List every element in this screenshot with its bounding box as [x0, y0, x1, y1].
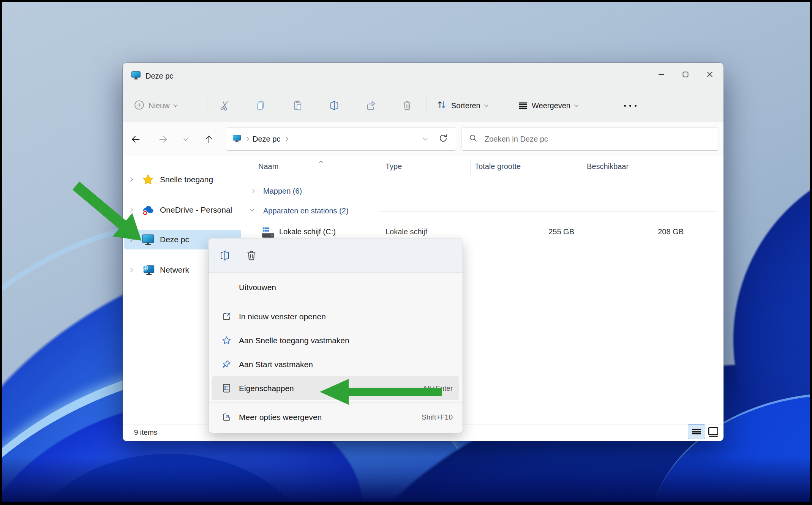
- group-divider-line: [309, 192, 717, 192]
- menu-item-aan-snelle-toegang[interactable]: Aan Snelle toegang vastmaken: [212, 328, 459, 352]
- chevron-down-icon: [173, 103, 177, 107]
- paste-button[interactable]: [289, 89, 307, 122]
- share-icon: [365, 100, 377, 111]
- cut-button[interactable]: [216, 89, 234, 122]
- search-input[interactable]: [484, 134, 712, 144]
- copy-button[interactable]: [252, 89, 270, 122]
- back-button[interactable]: [127, 122, 144, 156]
- view-list-icon: [519, 101, 527, 110]
- column-divider[interactable]: [582, 161, 582, 175]
- details-view-button[interactable]: [688, 424, 705, 439]
- new-button[interactable]: Nieuw: [134, 89, 177, 122]
- chevron-right-icon: [284, 137, 288, 141]
- group-label: Mappen (6): [263, 187, 302, 196]
- status-divider: [179, 428, 179, 438]
- menu-item-in-nieuw-venster[interactable]: In nieuw venster openen: [212, 305, 459, 328]
- scissors-icon: [219, 100, 231, 111]
- recent-locations-button[interactable]: [179, 122, 193, 156]
- group-label: Apparaten en stations (2): [263, 207, 349, 215]
- column-header-totale-grootte[interactable]: Totale grootte: [475, 162, 521, 171]
- command-bar: Nieuw: [123, 89, 724, 122]
- search-box[interactable]: [461, 127, 719, 151]
- large-thumbnails-view-button[interactable]: [706, 424, 720, 439]
- toolbar-divider: [207, 97, 207, 114]
- toolbar-divider: [611, 97, 611, 114]
- address-dropdown-chevron-icon[interactable]: [423, 136, 427, 140]
- annotation-arrow-to-deze-pc: [57, 173, 163, 264]
- column-divider[interactable]: [379, 161, 379, 175]
- chevron-down-icon: [484, 103, 488, 107]
- delete-button[interactable]: [243, 247, 260, 264]
- context-menu-quick-actions: [209, 238, 463, 273]
- column-header-naam[interactable]: Naam: [258, 162, 278, 171]
- up-button[interactable]: [201, 122, 217, 156]
- column-header-type[interactable]: Type: [385, 162, 402, 171]
- menu-item-label: Uitvouwen: [239, 283, 457, 292]
- file-name: Lokale schijf (C:): [279, 227, 336, 236]
- refresh-button[interactable]: [438, 133, 448, 145]
- trash-icon: [245, 249, 258, 262]
- column-divider[interactable]: [470, 161, 471, 175]
- file-type: Lokale schijf: [385, 227, 427, 236]
- sort-ascending-caret-icon: [319, 161, 323, 165]
- sidebar-item-label: OneDrive - Personal: [160, 205, 232, 215]
- rename-icon: [219, 249, 231, 262]
- this-pc-icon: [131, 70, 141, 82]
- screenshot: Deze pc Nieuw: [0, 0, 812, 505]
- group-header-mappen[interactable]: Mappen (6): [241, 183, 724, 201]
- title-bar: Deze pc: [123, 63, 724, 89]
- more-options-icon: [220, 412, 233, 422]
- caption-buttons: [649, 63, 722, 86]
- sort-icon: [436, 99, 447, 112]
- properties-icon: [220, 383, 233, 393]
- delete-button[interactable]: [398, 89, 416, 122]
- menu-item-uitvouwen[interactable]: Uitvouwen: [209, 273, 463, 302]
- see-more-button[interactable]: [619, 89, 641, 122]
- pin-icon: [220, 359, 233, 369]
- forward-button[interactable]: [155, 122, 172, 156]
- sidebar-item-label: Deze pc: [160, 235, 189, 244]
- view-button[interactable]: Weergeven: [518, 89, 578, 122]
- chevron-right-icon[interactable]: [128, 268, 133, 272]
- thumbnail-view-icon: [708, 426, 719, 437]
- minimize-button[interactable]: [649, 63, 673, 86]
- file-total-size: 255 GB: [525, 227, 574, 236]
- maximize-button[interactable]: [673, 63, 698, 86]
- new-label: Nieuw: [148, 101, 170, 110]
- column-header-beschikbaar[interactable]: Beschikbaar: [587, 162, 629, 171]
- ellipsis-icon: [624, 105, 637, 107]
- group-divider-line: [379, 211, 717, 212]
- column-divider[interactable]: [689, 161, 689, 175]
- close-button[interactable]: [698, 63, 722, 86]
- sort-button[interactable]: Sorteren: [436, 89, 488, 122]
- chevron-right-icon: [245, 137, 249, 141]
- rename-button[interactable]: [325, 89, 343, 122]
- search-icon: [469, 134, 478, 144]
- sidebar-item-label: Snelle toegang: [160, 175, 213, 184]
- menu-item-label: In nieuw venster openen: [239, 312, 453, 321]
- file-available: 208 GB: [634, 227, 684, 236]
- network-icon: [142, 264, 155, 276]
- group-header-apparaten[interactable]: Apparaten en stations (2): [241, 202, 724, 221]
- breadcrumb-this-pc[interactable]: Deze pc: [253, 135, 280, 144]
- rename-icon: [329, 100, 340, 111]
- menu-item-label: Aan Snelle toegang vastmaken: [239, 336, 453, 345]
- trash-icon: [401, 100, 413, 111]
- share-button[interactable]: [362, 89, 380, 122]
- view-label: Weergeven: [532, 101, 570, 110]
- chevron-right-icon[interactable]: [250, 189, 254, 193]
- chevron-down-icon[interactable]: [250, 207, 254, 211]
- open-new-window-icon: [220, 311, 233, 322]
- toolbar-divider: [427, 97, 427, 114]
- plus-circle-icon: [134, 100, 144, 112]
- details-view-icon: [692, 428, 701, 436]
- rename-button[interactable]: [216, 247, 234, 264]
- copy-icon: [255, 100, 267, 111]
- item-count: 9 items: [134, 428, 157, 437]
- window-title: Deze pc: [145, 72, 173, 80]
- this-pc-icon: [232, 134, 241, 144]
- address-bar[interactable]: Deze pc: [226, 127, 456, 151]
- chevron-down-icon: [183, 136, 188, 140]
- navigation-bar: Deze pc: [123, 122, 724, 156]
- paste-icon: [292, 100, 303, 111]
